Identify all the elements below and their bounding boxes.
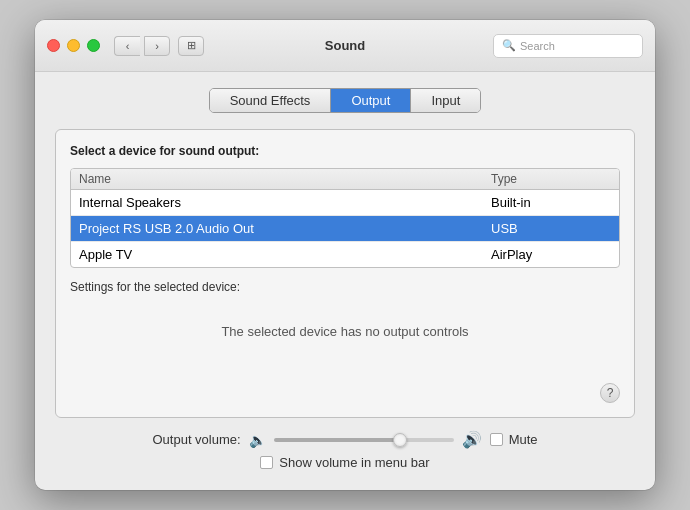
menubar-checkbox[interactable] <box>260 456 273 469</box>
window-title: Sound <box>325 38 365 53</box>
mute-row: Mute <box>490 432 538 447</box>
table-header: Name Type <box>71 169 619 190</box>
traffic-lights <box>47 39 100 52</box>
tab-group: Sound Effects Output Input <box>209 88 482 113</box>
close-button[interactable] <box>47 39 60 52</box>
help-button[interactable]: ? <box>600 383 620 403</box>
device-name: Internal Speakers <box>79 195 491 210</box>
device-type: AirPlay <box>491 247 611 262</box>
no-controls-text: The selected device has no output contro… <box>70 304 620 379</box>
tab-input[interactable]: Input <box>411 89 480 112</box>
device-table: Name Type Internal Speakers Built-in Pro… <box>70 168 620 268</box>
device-name: Project RS USB 2.0 Audio Out <box>79 221 491 236</box>
search-icon: 🔍 <box>502 39 516 52</box>
table-row[interactable]: Internal Speakers Built-in <box>71 190 619 216</box>
mute-label: Mute <box>509 432 538 447</box>
maximize-button[interactable] <box>87 39 100 52</box>
main-panel: Select a device for sound output: Name T… <box>55 129 635 418</box>
grid-button[interactable]: ⊞ <box>178 36 204 56</box>
device-name: Apple TV <box>79 247 491 262</box>
slider-thumb[interactable] <box>393 433 407 447</box>
device-section-label: Select a device for sound output: <box>70 144 620 158</box>
sound-preferences-window: ‹ › ⊞ Sound 🔍 Search Sound Effects Outpu… <box>35 20 655 490</box>
device-type: Built-in <box>491 195 611 210</box>
volume-high-icon: 🔊 <box>462 430 482 449</box>
back-button[interactable]: ‹ <box>114 36 140 56</box>
minimize-button[interactable] <box>67 39 80 52</box>
table-row[interactable]: Apple TV AirPlay <box>71 242 619 267</box>
bottom-controls: Output volume: 🔈 🔊 Mute Show volume in m… <box>55 418 635 470</box>
volume-row: Output volume: 🔈 🔊 Mute <box>152 430 537 449</box>
menubar-label: Show volume in menu bar <box>279 455 429 470</box>
table-row[interactable]: Project RS USB 2.0 Audio Out USB <box>71 216 619 242</box>
tabs-container: Sound Effects Output Input <box>55 88 635 113</box>
volume-low-icon: 🔈 <box>249 432 266 448</box>
volume-slider[interactable] <box>274 438 454 442</box>
mute-checkbox[interactable] <box>490 433 503 446</box>
forward-button[interactable]: › <box>144 36 170 56</box>
col-name-header: Name <box>79 172 491 186</box>
tab-sound-effects[interactable]: Sound Effects <box>210 89 332 112</box>
titlebar: ‹ › ⊞ Sound 🔍 Search <box>35 20 655 72</box>
volume-label: Output volume: <box>152 432 240 447</box>
content-area: Sound Effects Output Input Select a devi… <box>35 72 655 490</box>
nav-buttons: ‹ › <box>114 36 170 56</box>
settings-label: Settings for the selected device: <box>70 280 620 294</box>
search-placeholder: Search <box>520 40 555 52</box>
search-box[interactable]: 🔍 Search <box>493 34 643 58</box>
col-type-header: Type <box>491 172 611 186</box>
menubar-row: Show volume in menu bar <box>260 455 429 470</box>
device-type: USB <box>491 221 611 236</box>
tab-output[interactable]: Output <box>331 89 411 112</box>
